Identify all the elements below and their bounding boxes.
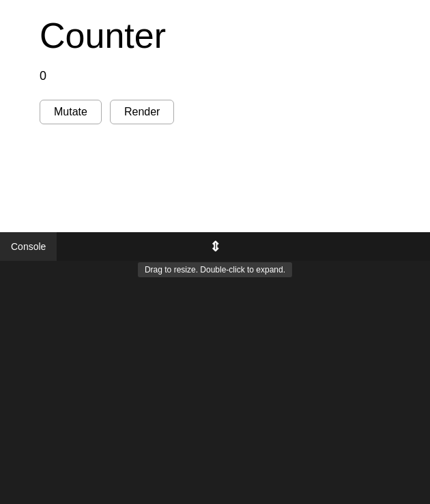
console-panel — [0, 261, 430, 504]
main-panel: Counter 0 Mutate Render — [0, 0, 430, 232]
button-row: Mutate Render — [40, 100, 390, 124]
resize-icon[interactable]: ⇕ — [210, 238, 221, 255]
resize-bar[interactable]: Console ⇕ Drag to resize. Double-click t… — [0, 232, 430, 261]
counter-display: 0 — [40, 69, 390, 83]
mutate-button[interactable]: Mutate — [40, 100, 102, 124]
console-tab[interactable]: Console — [0, 232, 57, 261]
render-button[interactable]: Render — [110, 100, 174, 124]
page-title: Counter — [40, 16, 390, 55]
